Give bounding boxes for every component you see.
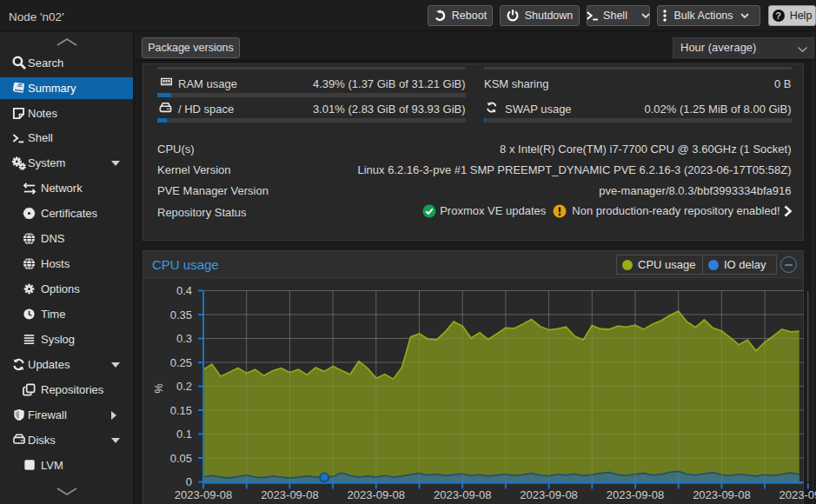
svg-text:0.4: 0.4	[176, 284, 192, 297]
svg-text:0.15: 0.15	[170, 404, 192, 417]
svg-text:2023-09-08: 2023-09-08	[693, 488, 751, 501]
svg-text:2023-09-08: 2023-09-08	[607, 488, 665, 501]
svg-text:0.1: 0.1	[176, 428, 192, 441]
svg-text:%: %	[152, 383, 165, 394]
svg-text:0.3: 0.3	[176, 332, 192, 345]
svg-text:2023-09-08: 2023-09-08	[434, 488, 492, 501]
svg-text:0: 0	[186, 475, 192, 488]
svg-text:2023-09-08: 2023-09-08	[348, 488, 406, 501]
svg-text:0.35: 0.35	[170, 308, 192, 322]
svg-text:0.05: 0.05	[170, 452, 192, 465]
svg-text:0.2: 0.2	[176, 380, 192, 393]
svg-text:2023-09-08: 2023-09-08	[261, 488, 319, 501]
svg-text:2023-09-08: 2023-09-08	[520, 488, 578, 501]
svg-text:2023-09-08: 2023-09-08	[175, 488, 233, 501]
svg-text:0.25: 0.25	[170, 356, 192, 369]
svg-text:2023-09-08: 2023-09-08	[780, 488, 816, 501]
